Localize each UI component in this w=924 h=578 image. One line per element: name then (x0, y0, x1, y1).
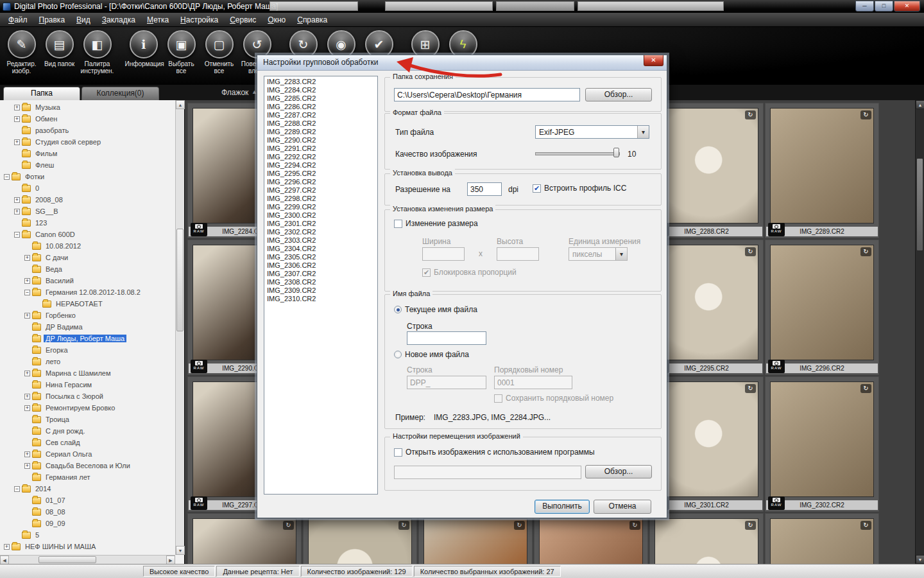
open-with-checkbox[interactable] (394, 448, 402, 457)
tree-expander-icon[interactable] (14, 197, 20, 203)
dialog-close-button[interactable]: ✕ (644, 55, 663, 66)
file-list-item[interactable]: IMG_2287.CR2 (267, 111, 377, 119)
browse-button[interactable]: Обзор... (585, 88, 652, 101)
thumbnail-cell[interactable]: ↻ RAW IMG_2302.CR2 (765, 376, 879, 512)
thumbnail-cell[interactable]: ↻ RAW IMG_2307.CR2 (649, 513, 764, 564)
current-name-radio[interactable] (394, 306, 402, 313)
prefix-input[interactable] (407, 376, 486, 389)
file-list-item[interactable]: IMG_2288.CR2 (267, 119, 377, 128)
file-type-select[interactable]: Exif-JPEG (535, 125, 649, 139)
tree-expander-icon[interactable] (14, 105, 20, 110)
cancel-button[interactable]: Отмена (594, 500, 651, 514)
tree-horizontal-scrollbar[interactable]: ◀ ▶ (0, 555, 175, 564)
dialog-file-list[interactable]: IMG_2283.CR2IMG_2284.CR2IMG_2285.CR2IMG_… (264, 76, 378, 495)
tree-item[interactable]: Егорка (0, 344, 175, 356)
close-button[interactable]: ✕ (894, 1, 920, 12)
tree-expander-icon[interactable] (4, 544, 10, 550)
file-list-item[interactable]: IMG_2283.CR2 (267, 78, 377, 86)
scroll-right-icon[interactable]: ▶ (166, 556, 175, 565)
tree-item[interactable]: Фильм (0, 148, 175, 159)
scroll-up-icon[interactable]: ▲ (176, 100, 185, 109)
flag-column-header[interactable]: Флажок (221, 88, 248, 97)
file-list-item[interactable]: IMG_2296.CR2 (267, 178, 377, 186)
tree-item[interactable]: Флеш (0, 159, 175, 171)
tree-item[interactable]: ДР Люды, Роберт Маша (0, 333, 175, 344)
tree-item[interactable]: Троица (0, 414, 175, 425)
tree-expander-icon[interactable] (4, 174, 10, 180)
thumbnail-cell[interactable]: ↻ RAW IMG_2304.CR2 (303, 513, 417, 564)
scrollbar-thumb[interactable] (38, 556, 96, 563)
tree-item[interactable]: Фотки (0, 171, 175, 182)
tree-item[interactable]: 09_09 (0, 518, 175, 529)
file-list-item[interactable]: IMG_2289.CR2 (267, 128, 377, 136)
tree-item[interactable]: 5 (0, 529, 175, 541)
tree-item[interactable]: Германия лет (0, 471, 175, 483)
toolbar-button[interactable]: ◧ Палитра инструмен. (78, 30, 116, 85)
menu-item[interactable]: Настройка (175, 14, 224, 26)
tree-item[interactable]: Свадьба Веселова и Юли (0, 460, 175, 471)
lock-proportions-checkbox[interactable] (422, 268, 431, 277)
tree-item[interactable]: Студия свой сервер (0, 136, 175, 148)
tree-item[interactable]: 01_07 (0, 495, 175, 506)
tree-expander-icon[interactable] (24, 394, 30, 399)
tree-item[interactable]: 2014 (0, 483, 175, 495)
thumbnail-cell[interactable]: ↻ RAW IMG_2289.CR2 (765, 103, 879, 238)
sequence-input[interactable] (494, 376, 572, 389)
tree-item[interactable]: 08_08 (0, 506, 175, 518)
tree-expander-icon[interactable] (14, 232, 20, 238)
tree-expander-icon[interactable] (24, 405, 30, 411)
tree-expander-icon[interactable] (24, 278, 30, 284)
tree-item[interactable]: Василий (0, 275, 175, 286)
file-list-item[interactable]: IMG_2306.CR2 (267, 261, 377, 270)
tree-expander-icon[interactable] (14, 486, 20, 492)
tree-vertical-scrollbar[interactable]: ▲ ▼ (175, 100, 184, 555)
save-sequence-checkbox[interactable] (494, 394, 502, 403)
tree-expander-icon[interactable] (14, 116, 20, 122)
file-list-item[interactable]: IMG_2284.CR2 (267, 86, 377, 94)
scroll-up-icon[interactable]: ▲ (916, 100, 924, 109)
tree-item[interactable]: Сериал Ольга (0, 448, 175, 460)
unit-select[interactable]: пикселы (569, 247, 628, 261)
tree-item[interactable]: Обмен (0, 113, 175, 125)
tree-item[interactable]: лето (0, 356, 175, 367)
string-input[interactable] (407, 331, 486, 345)
tree-item[interactable]: Веда (0, 263, 175, 275)
file-list-item[interactable]: IMG_2304.CR2 (267, 245, 377, 253)
thumbnail-cell[interactable]: ↻ RAW IMG_2305.CR2 (418, 513, 533, 564)
file-list-item[interactable]: IMG_2301.CR2 (267, 220, 377, 228)
tree-item[interactable]: Германия 12.08.2012-18.08.2 (0, 286, 175, 298)
thumbnail-cell[interactable]: ↻ RAW IMG_2296.CR2 (765, 240, 879, 375)
tree-expander-icon[interactable] (24, 451, 30, 457)
quality-slider[interactable] (535, 147, 620, 159)
tree-item[interactable]: разобрать (0, 125, 175, 136)
file-list-item[interactable]: IMG_2300.CR2 (267, 211, 377, 220)
scroll-down-icon[interactable]: ▼ (176, 546, 185, 555)
file-list-item[interactable]: IMG_2299.CR2 (267, 203, 377, 211)
scrollbar-thumb[interactable] (916, 158, 923, 251)
tree-item[interactable]: Горбенко (0, 310, 175, 321)
toolbar-button[interactable]: ▣ Выбрать все (162, 30, 200, 85)
new-name-radio[interactable] (394, 351, 402, 358)
tree-item[interactable]: 2008_08 (0, 194, 175, 206)
file-list-item[interactable]: IMG_2298.CR2 (267, 195, 377, 203)
tree-item[interactable]: Марина с Шамилем (0, 367, 175, 379)
menu-item[interactable]: Файл (3, 14, 33, 26)
file-list-item[interactable]: IMG_2305.CR2 (267, 253, 377, 261)
minimize-button[interactable]: ─ (855, 1, 874, 12)
tree-item[interactable]: 10.08.2012 (0, 240, 175, 252)
width-input[interactable] (422, 247, 465, 261)
tree-item[interactable]: Ремонтируем Бровко (0, 402, 175, 414)
menu-item[interactable]: Вид (71, 14, 96, 26)
tree-expander-icon[interactable] (24, 463, 30, 469)
tab-collection[interactable]: Коллекция(0) (81, 87, 159, 100)
height-input[interactable] (497, 247, 539, 261)
file-list-item[interactable]: IMG_2303.CR2 (267, 236, 377, 245)
tree-item[interactable]: Посылка с Зюрой (0, 390, 175, 402)
thumbnail-cell[interactable]: ↻ RAW IMG_2308.CR2 (765, 513, 879, 564)
icc-checkbox[interactable] (533, 184, 541, 193)
scroll-down-icon[interactable]: ▼ (916, 555, 924, 564)
tree-item[interactable]: SG__B (0, 206, 175, 217)
file-list-item[interactable]: IMG_2302.CR2 (267, 228, 377, 236)
tab-folder[interactable]: Папка (3, 87, 80, 100)
tree-expander-icon[interactable] (24, 313, 30, 319)
